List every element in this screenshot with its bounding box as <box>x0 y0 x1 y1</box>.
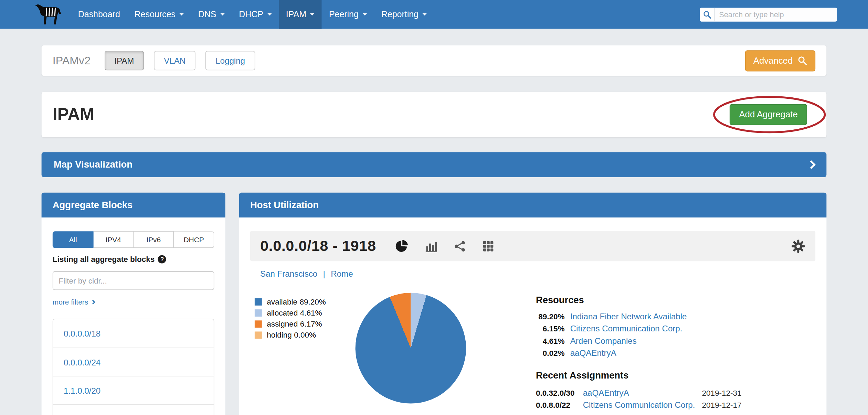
list-item[interactable]: 0.0.0.0/18 <box>53 319 213 348</box>
location-link-san-franscisco[interactable]: San Franscisco <box>260 269 317 278</box>
nav-item-dhcp[interactable]: DHCP <box>232 0 279 29</box>
tab-ipam[interactable]: IPAM <box>104 51 144 70</box>
resource-percent: 4.61% <box>536 336 565 347</box>
resource-link[interactable]: Arden Companies <box>570 335 637 347</box>
zebra-logo[interactable] <box>33 0 62 29</box>
host-utilization-header: Host Utilization <box>239 193 827 217</box>
location-link-rome[interactable]: Rome <box>331 269 353 278</box>
chevron-down-icon <box>422 13 427 15</box>
utilization-pie-chart <box>356 293 466 404</box>
nav-item-reporting[interactable]: Reporting <box>374 0 434 29</box>
list-item[interactable]: 0.0.0.0/24 <box>53 348 213 376</box>
resources-heading: Resources <box>536 295 815 306</box>
assignments-list: 0.0.32.0/30 aaQAEntryA 2019-12-31 0.0.8.… <box>536 387 815 411</box>
map-visualization-bar[interactable]: Map Visualization <box>42 152 827 177</box>
help-icon[interactable]: ? <box>158 255 166 263</box>
assignment-link[interactable]: aaQAEntryA <box>583 387 702 399</box>
nav-item-resources[interactable]: Resources <box>127 0 191 29</box>
view-icons <box>395 239 495 253</box>
top-navbar: Dashboard Resources DNS DHCP IPAM Peerin… <box>0 0 868 29</box>
aggregate-blocks-body: All IPV4 IPv6 DHCP Listing all aggregate… <box>42 217 225 415</box>
legend-item: holding 0.00% <box>255 329 349 340</box>
host-utilization-body: 0.0.0.0/18 - 1918 <box>239 217 827 415</box>
legend-swatch-holding <box>255 331 262 339</box>
add-aggregate-button[interactable]: Add Aggregate <box>730 104 807 125</box>
assignment-date: 2019-12-31 <box>702 387 741 399</box>
pie-legend: available 89.20% allocated 4.61% assigne… <box>255 292 349 411</box>
legend-swatch-allocated <box>255 309 262 316</box>
listing-label: Listing all aggregate blocks ? <box>53 255 214 264</box>
chevron-right-icon <box>807 160 816 169</box>
resource-row: 0.02% aaQAEntryA <box>536 347 815 359</box>
assignment-row: 0.0.32.0/30 aaQAEntryA 2019-12-31 <box>536 387 815 399</box>
chevron-down-icon <box>362 13 367 15</box>
list-item[interactable]: 1.1.0.0/20 <box>53 376 213 404</box>
nav-item-label: DNS <box>198 9 216 19</box>
resource-percent: 6.15% <box>536 323 565 335</box>
assignment-link[interactable]: Citizens Communication Corp. <box>583 399 702 411</box>
resource-row: 6.15% Citizens Communication Corp. <box>536 323 815 335</box>
panel-title: Host Utilization <box>250 200 319 211</box>
app-window: Dashboard Resources DNS DHCP IPAM Peerin… <box>0 0 868 415</box>
page-title: IPAM <box>53 105 94 125</box>
aggregate-block-list: 0.0.0.0/18 0.0.0.0/24 1.1.0.0/20 <box>53 319 214 415</box>
advanced-label: Advanced <box>753 56 793 66</box>
cidr-filter-input[interactable] <box>53 271 214 290</box>
chevron-down-icon <box>179 13 184 15</box>
tab-logging[interactable]: Logging <box>205 51 255 70</box>
bar-chart-icon[interactable] <box>425 240 438 253</box>
share-icon[interactable] <box>454 240 466 252</box>
tab-dhcp[interactable]: DHCP <box>174 231 214 248</box>
main-nav: Dashboard Resources DNS DHCP IPAM Peerin… <box>71 0 434 29</box>
nav-item-label: DHCP <box>239 9 263 19</box>
advanced-button[interactable]: Advanced <box>745 50 816 71</box>
ipamv2-toolbar: IPAMv2 IPAM VLAN Logging Advanced <box>42 45 827 76</box>
nav-item-dashboard[interactable]: Dashboard <box>71 0 127 29</box>
nav-item-ipam[interactable]: IPAM <box>279 0 322 29</box>
search-input[interactable] <box>714 8 837 21</box>
block-link[interactable]: 0.0.0.0/24 <box>64 357 100 366</box>
chevron-down-icon <box>267 13 272 15</box>
assignment-date: 2019-12-17 <box>702 399 741 411</box>
resources-column: Resources 89.20% Indiana Fiber Network A… <box>536 292 815 411</box>
search-icon[interactable] <box>700 8 714 21</box>
more-filters-link[interactable]: more filters <box>53 298 95 306</box>
recent-assignments-heading: Recent Assignments <box>536 370 815 381</box>
gear-icon[interactable] <box>791 239 805 253</box>
nav-item-label: IPAM <box>286 9 306 19</box>
resource-row: 4.61% Arden Companies <box>536 335 815 347</box>
resource-percent: 89.20% <box>536 311 565 323</box>
tab-all[interactable]: All <box>53 231 94 248</box>
tab-ipv4[interactable]: IPV4 <box>93 231 134 248</box>
tab-vlan[interactable]: VLAN <box>154 51 195 70</box>
nav-item-dns[interactable]: DNS <box>191 0 232 29</box>
search-box <box>700 8 837 21</box>
host-utilization-panel: Host Utilization 0.0.0.0/18 - 1918 <box>239 193 827 415</box>
aggregate-blocks-panel: Aggregate Blocks All IPV4 IPv6 DHCP List… <box>42 193 225 415</box>
resource-link[interactable]: aaQAEntryA <box>570 347 616 359</box>
chevron-down-icon <box>220 13 225 15</box>
tab-ipv6[interactable]: IPv6 <box>134 231 174 248</box>
list-item[interactable] <box>53 404 213 415</box>
map-bar-label: Map Visualization <box>54 159 133 170</box>
zebra-logo-image <box>33 3 62 25</box>
chevron-right-icon <box>91 300 96 305</box>
nav-item-peering[interactable]: Peering <box>322 0 374 29</box>
block-link[interactable]: 0.0.0.0/18 <box>64 329 100 338</box>
chevron-down-icon <box>310 13 315 15</box>
legend-label: available 89.20% <box>267 297 326 306</box>
resource-link[interactable]: Citizens Communication Corp. <box>570 323 682 334</box>
legend-item: assigned 6.17% <box>255 318 349 329</box>
legend-swatch-available <box>255 298 262 305</box>
assignment-cidr: 0.0.32.0/30 <box>536 387 583 399</box>
nav-item-label: Peering <box>329 9 359 19</box>
resource-percent: 0.02% <box>536 348 565 359</box>
legend-swatch-assigned <box>255 320 262 327</box>
grid-icon[interactable] <box>482 240 494 252</box>
pie-chart-icon[interactable] <box>395 239 409 253</box>
resource-link[interactable]: Indiana Fiber Network Available <box>570 310 687 322</box>
separator: | <box>323 269 325 278</box>
block-summary-bar: 0.0.0.0/18 - 1918 <box>250 231 815 261</box>
block-link[interactable]: 1.1.0.0/20 <box>64 385 100 395</box>
aggregate-blocks-header: Aggregate Blocks <box>42 193 225 217</box>
